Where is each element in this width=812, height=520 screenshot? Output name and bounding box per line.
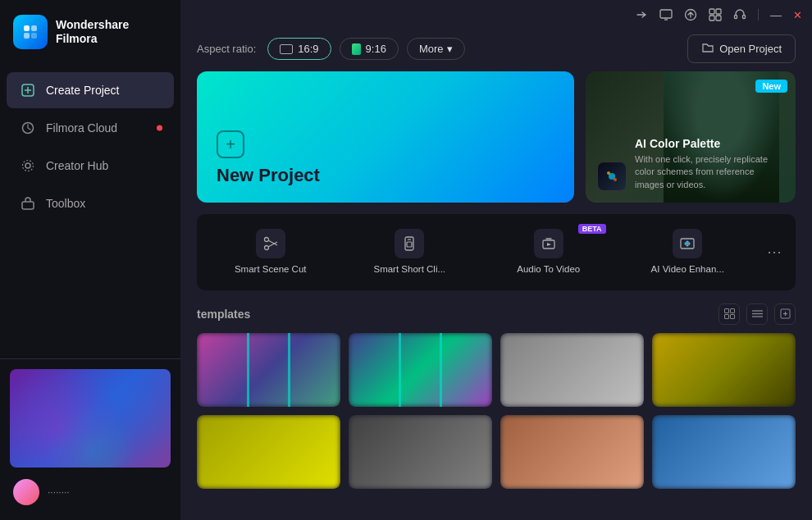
sidebar-thumbnail-preview xyxy=(10,369,171,468)
template-grid xyxy=(197,333,796,489)
aspect-ratio-9-16-button[interactable]: 9:16 xyxy=(340,38,399,60)
aspect-ratio-9-16-label: 9:16 xyxy=(366,43,386,55)
svg-rect-34 xyxy=(724,309,728,313)
template-card-6[interactable] xyxy=(349,415,492,489)
template-card-5[interactable] xyxy=(197,415,340,489)
new-project-label: New Project xyxy=(217,165,554,186)
smart-scene-cut-tool[interactable]: Smart Scene Cut xyxy=(203,222,338,282)
ai-banner-thumbnail xyxy=(597,162,627,191)
sidebar-item-create-project[interactable]: Create Project xyxy=(7,72,174,108)
smart-scene-cut-label: Smart Scene Cut xyxy=(235,263,307,276)
svg-rect-1 xyxy=(31,25,37,31)
svg-point-21 xyxy=(607,171,610,175)
titlebar-separator xyxy=(758,9,759,21)
templates-section-title: templates xyxy=(197,308,250,321)
svg-marker-31 xyxy=(547,243,551,246)
ai-tools-row: Smart Scene Cut Smart Short Cli... BETA xyxy=(197,214,796,290)
aspect-ratio-16-9-button[interactable]: 16:9 xyxy=(267,38,331,60)
open-project-button[interactable]: Open Project xyxy=(687,34,796,63)
headset-icon[interactable] xyxy=(733,8,746,21)
svg-rect-2 xyxy=(24,33,30,39)
ai-tools-more-button[interactable]: ⋯ xyxy=(760,243,789,261)
svg-rect-11 xyxy=(660,10,672,18)
filmora-cloud-notification-dot xyxy=(157,125,162,131)
grid-view-button[interactable] xyxy=(718,303,740,325)
titlebar: — ✕ xyxy=(180,0,812,30)
filmora-cloud-label: Filmora Cloud xyxy=(46,121,117,135)
filmora-cloud-icon xyxy=(20,120,36,136)
smart-short-clip-label: Smart Short Cli... xyxy=(373,263,445,276)
template-card-8[interactable] xyxy=(652,415,796,489)
expand-button[interactable] xyxy=(774,303,796,325)
new-project-card[interactable]: + New Project xyxy=(197,71,574,203)
audio-to-video-icon xyxy=(534,229,563,258)
more-label: More xyxy=(419,43,444,55)
template-card-7[interactable] xyxy=(500,415,644,489)
svg-rect-37 xyxy=(730,315,734,319)
smart-short-clip-tool[interactable]: Smart Short Cli... xyxy=(343,222,477,282)
sidebar-bottom: ········ xyxy=(0,358,180,520)
toolbox-label: Toolbox xyxy=(46,197,85,210)
ai-banner-info: AI Color Palette With one click, precise… xyxy=(635,137,784,191)
top-row: + New Project New AI Color Palette W xyxy=(197,71,796,203)
ai-banner-new-badge: New xyxy=(755,80,787,93)
svg-rect-3 xyxy=(31,33,37,39)
svg-point-23 xyxy=(264,238,268,242)
svg-rect-35 xyxy=(730,309,734,313)
close-button[interactable]: ✕ xyxy=(793,9,802,21)
screen-icon[interactable] xyxy=(659,8,673,21)
sidebar-item-creator-hub[interactable]: Creator Hub xyxy=(7,148,174,184)
toolbox-icon xyxy=(20,195,36,212)
svg-rect-14 xyxy=(709,9,714,14)
svg-point-8 xyxy=(25,163,30,168)
sidebar-user: ········ xyxy=(10,474,171,510)
upload-icon[interactable] xyxy=(684,8,697,21)
portrait-icon xyxy=(352,43,361,55)
more-aspect-ratios-button[interactable]: More ▾ xyxy=(407,38,465,60)
logo-icon xyxy=(13,15,48,49)
smart-short-clip-icon xyxy=(395,229,424,258)
template-card-1[interactable] xyxy=(197,333,340,407)
svg-rect-15 xyxy=(716,9,721,14)
sidebar: Wondershare Filmora Create Project F xyxy=(0,0,180,520)
open-project-label: Open Project xyxy=(719,43,782,55)
svg-point-9 xyxy=(23,161,34,171)
creator-hub-icon xyxy=(20,157,36,174)
ai-video-enhance-icon xyxy=(673,229,702,258)
ai-color-palette-banner[interactable]: New AI Color Palette With one click, pre… xyxy=(586,71,796,203)
template-card-2[interactable] xyxy=(349,333,492,407)
audio-to-video-tool[interactable]: BETA Audio To Video xyxy=(481,222,616,282)
beta-badge: BETA xyxy=(578,224,606,234)
svg-rect-0 xyxy=(24,25,30,31)
svg-point-24 xyxy=(264,246,268,250)
grid-icon[interactable] xyxy=(709,8,722,21)
ai-banner-description: With one click, precisely replicate colo… xyxy=(635,153,784,191)
nav-arrow-icon[interactable] xyxy=(635,8,648,21)
svg-rect-19 xyxy=(743,16,746,19)
template-card-3[interactable] xyxy=(500,333,644,407)
app-name: Wondershare xyxy=(56,18,129,32)
svg-rect-10 xyxy=(22,202,34,209)
list-view-button[interactable] xyxy=(746,303,768,325)
app-subtitle: Filmora xyxy=(56,32,129,46)
user-avatar xyxy=(13,479,39,505)
folder-icon xyxy=(701,41,714,57)
sidebar-thumbnail[interactable] xyxy=(10,369,171,468)
aspect-ratio-16-9-label: 16:9 xyxy=(298,43,318,55)
app-logo: Wondershare Filmora xyxy=(0,0,180,64)
chevron-down-icon: ▾ xyxy=(447,43,453,55)
landscape-icon xyxy=(280,44,293,54)
svg-point-22 xyxy=(614,178,617,181)
aspect-ratio-bar: Aspect ratio: 16:9 9:16 More ▾ Open Proj… xyxy=(180,30,812,71)
sidebar-item-filmora-cloud[interactable]: Filmora Cloud xyxy=(7,110,174,146)
ai-video-enhance-label: AI Video Enhan... xyxy=(651,263,724,276)
new-project-plus-icon: + xyxy=(217,130,244,158)
ai-video-enhance-tool[interactable]: AI Video Enhan... xyxy=(621,222,755,282)
sidebar-item-toolbox[interactable]: Toolbox xyxy=(7,185,174,221)
svg-rect-18 xyxy=(735,16,737,19)
create-project-label: Create Project xyxy=(46,84,119,97)
ai-banner-title: AI Color Palette xyxy=(635,137,784,150)
svg-rect-36 xyxy=(724,315,728,319)
template-card-4[interactable] xyxy=(652,333,796,407)
minimize-button[interactable]: — xyxy=(770,8,782,21)
